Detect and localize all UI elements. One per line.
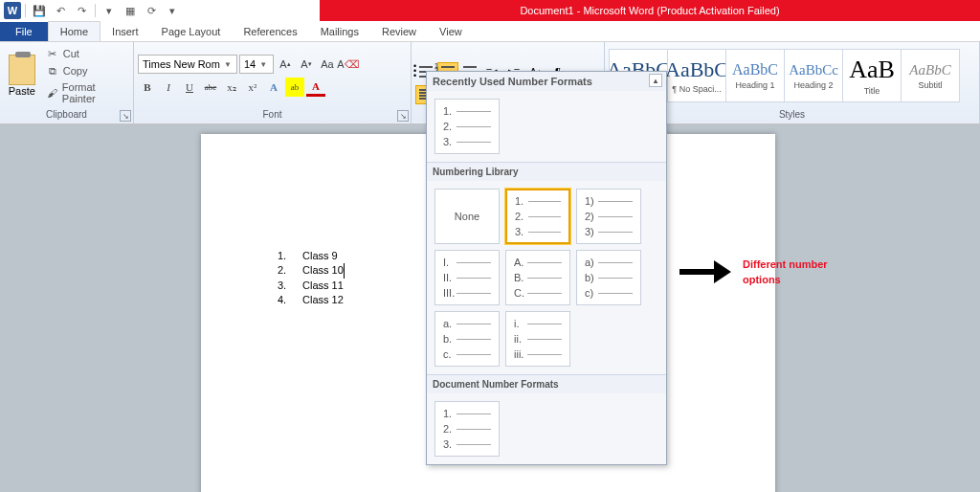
clear-format-button[interactable]: A⌫ [339,55,358,74]
grow-font-button[interactable]: A▴ [276,55,295,74]
tab-view[interactable]: View [428,22,474,41]
strike-button[interactable]: abc [201,78,220,97]
style-subtitle[interactable]: AaBbCSubtitl [901,49,960,102]
num-format-roman-lower[interactable]: i. ii. iii. [505,311,570,367]
arrow-icon [679,260,733,283]
word-icon: W [4,2,21,19]
num-format-doc[interactable]: 1. 2. 3. [434,401,500,457]
title-bar: W 💾 ↶ ↷ ▾ ▦ ⟳ ▾ Document1 - Microsoft Wo… [0,0,980,21]
scroll-up-icon[interactable]: ▴ [649,74,662,87]
text-cursor [344,263,345,278]
paste-button[interactable]: Paste [4,55,40,97]
qat-dropdown-icon[interactable]: ▾ [163,2,182,19]
bold-button[interactable]: B [138,78,157,97]
window-title: Document1 - Microsoft Word (Product Acti… [320,0,980,21]
cut-icon: ✂ [46,47,59,60]
undo-button[interactable]: ↶ [51,2,70,19]
group-font: Times New Rom▼ 14▼ A▴ A▾ Aa A⌫ B I U abc… [134,42,412,123]
cut-button[interactable]: ✂Cut [44,46,129,61]
quick-access-toolbar: W 💾 ↶ ↷ ▾ ▦ ⟳ ▾ [0,2,186,19]
subscript-button[interactable]: x₂ [222,78,241,97]
num-format-decimal-paren[interactable]: 1) 2) 3) [576,189,641,244]
num-format-alpha-lower-paren[interactable]: a) b) c) [576,250,641,305]
paste-label: Paste [9,85,35,97]
font-size-combo[interactable]: 14▼ [239,55,274,74]
font-launcher[interactable]: ↘ [397,110,409,122]
tab-review[interactable]: Review [370,22,428,41]
brush-icon: 🖌 [46,86,58,100]
style-title[interactable]: AaBTitle [842,49,902,102]
font-name-combo[interactable]: Times New Rom▼ [138,55,237,74]
style-heading-2[interactable]: AaBbCcHeading 2 [784,49,843,102]
chevron-down-icon: ▼ [259,60,267,69]
num-format-decimal-dot[interactable]: 1. 2. 3. [505,189,570,244]
underline-button[interactable]: U [180,78,199,97]
annotation-text: Different numberoptions [743,257,828,286]
tab-references[interactable]: References [232,22,308,41]
num-format-alpha-upper[interactable]: A. B. C. [505,250,570,305]
tab-mailings[interactable]: Mailings [309,22,370,41]
text-effects-button[interactable]: A [264,78,283,97]
num-format-recent[interactable]: 1. 2. 3. [434,99,500,154]
paste-icon [9,55,35,85]
italic-button[interactable]: I [159,78,178,97]
num-format-none[interactable]: None [434,189,500,244]
tab-page-layout[interactable]: Page Layout [150,22,233,41]
format-painter-button[interactable]: 🖌Format Painter [44,80,129,105]
tab-home[interactable]: Home [48,21,100,41]
font-color-button[interactable]: A [306,78,325,97]
chevron-down-icon: ▼ [224,60,232,69]
dd-recent-header: Recently Used Number Formats▴ [427,72,666,91]
copy-icon: ⧉ [46,64,59,78]
qat-more-icon[interactable]: ▾ [100,2,119,19]
ribbon-tabs: File Home Insert Page Layout References … [0,21,980,42]
num-format-alpha-lower-dot[interactable]: a. b. c. [434,311,500,367]
shrink-font-button[interactable]: A▾ [297,55,316,74]
style-heading-1[interactable]: AaBbCHeading 1 [725,49,785,102]
tab-file[interactable]: File [0,22,48,41]
save-button[interactable]: 💾 [30,2,49,19]
highlight-button[interactable]: ab [285,78,304,97]
copy-button[interactable]: ⧉Copy [44,63,129,78]
qat-table-icon[interactable]: ▦ [121,2,140,19]
group-clipboard: Paste ✂Cut ⧉Copy 🖌Format Painter Clipboa… [0,42,134,123]
dd-docnum-header: Document Number Formats [427,375,666,393]
font-group-label: Font [138,107,407,122]
change-case-button[interactable]: Aa [318,55,337,74]
tab-insert[interactable]: Insert [100,22,150,41]
numbering-dropdown: Recently Used Number Formats▴ 1. 2. 3. N… [426,71,667,465]
style-no-spacing[interactable]: AaBbC¶ No Spaci... [667,49,726,102]
clipboard-launcher[interactable]: ↘ [120,110,131,122]
superscript-button[interactable]: x² [243,78,262,97]
clipboard-group-label: Clipboard [4,107,129,122]
redo-button[interactable]: ↷ [72,2,91,19]
num-format-roman-upper[interactable]: I. II. III. [434,250,500,305]
dd-library-header: Numbering Library [427,163,666,181]
annotation: Different numberoptions [679,257,828,286]
qat-refresh-icon[interactable]: ⟳ [142,2,161,19]
